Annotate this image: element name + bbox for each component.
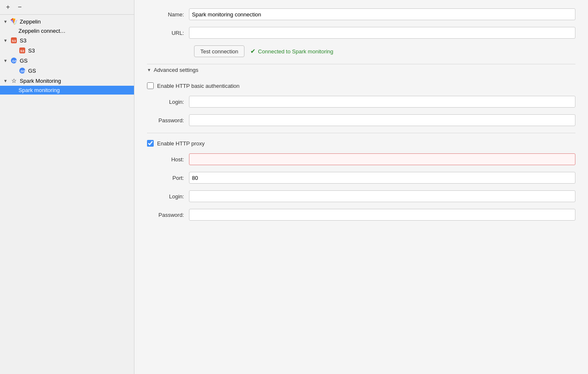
s3-group-arrow: ▼	[3, 38, 8, 43]
spark-monitoring-group-label: Spark Monitoring	[20, 78, 61, 84]
host-row: Host:	[147, 153, 575, 165]
auth-login-row: Login:	[147, 96, 575, 108]
svg-text:S3: S3	[12, 39, 16, 43]
auth-login-input[interactable]	[189, 96, 575, 108]
http-auth-label[interactable]: Enable HTTP basic authentication	[157, 83, 239, 89]
name-label: Name:	[147, 11, 189, 18]
auth-password-input[interactable]	[189, 114, 575, 126]
checkmark-icon: ✔	[250, 47, 256, 55]
s3-icon: S3	[10, 37, 18, 44]
advanced-settings-arrow: ▼	[147, 68, 151, 72]
http-auth-row: Enable HTTP basic authentication	[147, 82, 575, 89]
advanced-settings-header[interactable]: ▼ Advanced settings	[147, 64, 575, 76]
zeppelin-connection-arrow	[3, 29, 8, 33]
gs-item-icon: GS	[18, 67, 26, 74]
proxy-password-label: Password:	[147, 212, 189, 218]
main-panel: Name: URL: Test connection ✔ Connected t…	[134, 0, 588, 374]
proxy-login-input[interactable]	[189, 190, 575, 202]
add-button[interactable]: +	[3, 3, 13, 12]
gs-group-arrow: ▼	[3, 58, 8, 63]
http-proxy-row: Enable HTTP proxy	[147, 140, 575, 147]
spark-monitoring-item-arrow	[3, 88, 8, 92]
auth-password-label: Password:	[147, 117, 189, 124]
section-divider	[147, 133, 575, 133]
sidebar-item-zeppelin-connection[interactable]: Zeppelin connect…	[0, 26, 134, 35]
host-label: Host:	[147, 156, 189, 163]
sidebar-item-zeppelin-group[interactable]: ▼ 🪁 Zeppelin	[0, 16, 134, 26]
http-auth-checkbox[interactable]	[147, 82, 154, 89]
zeppelin-group-arrow: ▼	[3, 19, 8, 24]
svg-text:GS: GS	[12, 59, 17, 63]
test-connection-button[interactable]: Test connection	[194, 45, 244, 57]
auth-password-row: Password:	[147, 114, 575, 126]
port-label: Port:	[147, 175, 189, 181]
zeppelin-connection-label: Zeppelin connect…	[18, 28, 66, 34]
name-row: Name:	[147, 8, 575, 20]
sidebar-item-s3-group[interactable]: ▼ S3 S3	[0, 35, 134, 45]
proxy-password-row: Password:	[147, 209, 575, 221]
port-row: Port:	[147, 172, 575, 184]
proxy-login-label: Login:	[147, 193, 189, 200]
sidebar-item-spark-monitoring[interactable]: Spark monitoring	[0, 86, 134, 95]
sidebar-item-gs-group[interactable]: ▼ GS GS	[0, 55, 134, 66]
sidebar-toolbar: + −	[0, 0, 134, 15]
test-connection-area: Test connection ✔ Connected to Spark mon…	[194, 45, 575, 57]
spark-monitoring-icon: ☆	[10, 77, 18, 84]
url-label: URL:	[147, 30, 189, 36]
spark-monitoring-group-arrow: ▼	[3, 79, 8, 83]
advanced-settings-label: Advanced settings	[154, 67, 198, 73]
url-input[interactable]	[189, 27, 575, 39]
connection-status: ✔ Connected to Spark monitoring	[250, 47, 333, 55]
svg-text:GS: GS	[21, 69, 26, 73]
url-row: URL:	[147, 27, 575, 39]
gs-group-label: GS	[20, 58, 28, 64]
host-input[interactable]	[189, 153, 575, 165]
s3-item-label: S3	[28, 47, 35, 54]
zeppelin-group-label: Zeppelin	[20, 18, 41, 25]
s3-item-icon: S3	[18, 47, 26, 54]
svg-text:S3: S3	[20, 49, 24, 53]
auth-login-label: Login:	[147, 99, 189, 105]
connection-tree: ▼ 🪁 Zeppelin Zeppelin connect… ▼ S3 S3	[0, 15, 134, 374]
s3-item-arrow	[3, 48, 8, 53]
s3-group-label: S3	[20, 37, 26, 44]
spark-monitoring-item-label: Spark monitoring	[18, 87, 60, 93]
sidebar: + − ▼ 🪁 Zeppelin Zeppelin connect… ▼ S3 …	[0, 0, 134, 374]
sidebar-item-s3[interactable]: S3 S3	[0, 45, 134, 55]
zeppelin-icon: 🪁	[10, 18, 18, 25]
gs-icon: GS	[10, 57, 18, 64]
gs-item-label: GS	[28, 68, 36, 74]
proxy-password-input[interactable]	[189, 209, 575, 221]
remove-button[interactable]: −	[15, 3, 24, 12]
http-proxy-checkbox[interactable]	[147, 140, 154, 147]
sidebar-item-spark-monitoring-group[interactable]: ▼ ☆ Spark Monitoring	[0, 76, 134, 86]
port-input[interactable]	[189, 172, 575, 184]
connected-status-text: Connected to Spark monitoring	[258, 48, 333, 55]
name-input[interactable]	[189, 8, 575, 20]
sidebar-item-gs[interactable]: GS GS	[0, 66, 134, 76]
proxy-login-row: Login:	[147, 190, 575, 202]
http-proxy-label[interactable]: Enable HTTP proxy	[157, 140, 205, 147]
gs-item-arrow	[3, 68, 8, 73]
